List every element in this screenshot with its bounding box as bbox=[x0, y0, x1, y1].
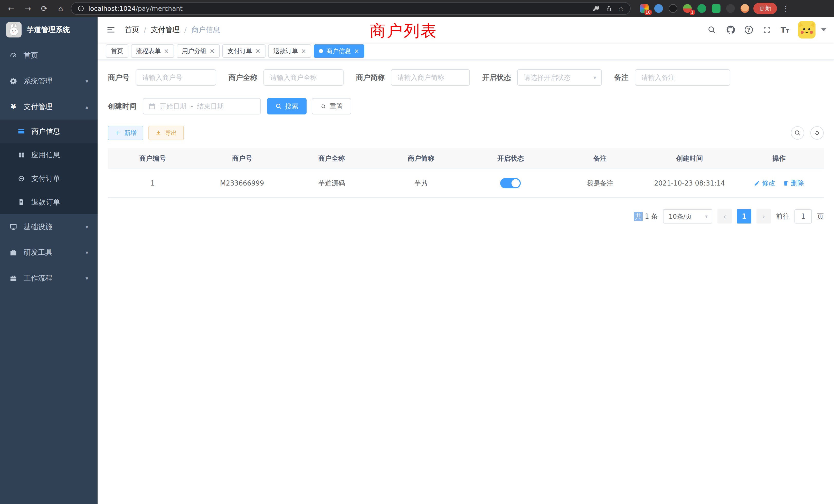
browser-home-button[interactable]: ⌂ bbox=[54, 2, 67, 15]
document-icon bbox=[18, 198, 25, 206]
edit-link-label: 修改 bbox=[762, 179, 775, 188]
browser-forward-button[interactable]: → bbox=[22, 2, 34, 15]
sidebar-item-refund-order[interactable]: 退款订单 bbox=[0, 190, 97, 214]
create-time-label: 创建时间 bbox=[108, 101, 137, 111]
breadcrumb-home[interactable]: 首页 bbox=[125, 25, 139, 35]
date-separator: - bbox=[191, 102, 193, 110]
extension-icon-green-doc[interactable] bbox=[712, 4, 721, 13]
url-text: localhost:1024/pay/merchant bbox=[88, 5, 182, 12]
tab-process-form[interactable]: 流程表单× bbox=[131, 44, 174, 58]
full-name-label: 商户全称 bbox=[228, 73, 257, 83]
total-prefix: 共 bbox=[634, 212, 643, 221]
browser-reload-button[interactable]: ⟳ bbox=[38, 2, 50, 15]
avatar-caret-icon[interactable] bbox=[821, 28, 826, 31]
extension-icon-blue[interactable] bbox=[654, 4, 663, 13]
sidebar-item-workflow[interactable]: 工作流程 ▾ bbox=[0, 265, 97, 291]
merchant-no-label: 商户号 bbox=[108, 73, 129, 83]
browser-menu-icon[interactable]: ⋮ bbox=[781, 4, 790, 13]
reset-button[interactable]: 重置 bbox=[312, 98, 351, 114]
share-icon[interactable] bbox=[606, 5, 612, 12]
add-button[interactable]: 新增 bbox=[108, 126, 143, 140]
sidebar-item-merchant-info[interactable]: 商户信息 bbox=[0, 120, 97, 143]
app-logo[interactable]: 芋道管理系统 bbox=[0, 17, 97, 43]
close-icon[interactable]: × bbox=[354, 48, 359, 54]
tab-user-group[interactable]: 用户分组× bbox=[177, 44, 220, 58]
tab-merchant-info-active[interactable]: 商户信息× bbox=[314, 44, 364, 58]
full-name-input[interactable] bbox=[263, 69, 344, 86]
extension-badge: 1 bbox=[690, 10, 695, 15]
goto-page-input[interactable] bbox=[794, 209, 812, 224]
breadcrumb-payment[interactable]: 支付管理 bbox=[151, 25, 179, 35]
address-bar[interactable]: localhost:1024/pay/merchant ☆ bbox=[71, 2, 631, 15]
toggle-search-button[interactable] bbox=[791, 126, 804, 140]
search-icon[interactable] bbox=[707, 25, 717, 35]
top-navbar: 首页 / 支付管理 / 商户信息 商户列表 ? bbox=[97, 17, 834, 43]
cell-status bbox=[466, 169, 555, 198]
sidebar-item-label: 退款订单 bbox=[31, 197, 60, 207]
search-icon bbox=[794, 130, 801, 136]
refresh-table-button[interactable] bbox=[810, 126, 824, 140]
extension-icon-green-circle[interactable] bbox=[697, 4, 706, 13]
logo-rabbit-icon bbox=[6, 22, 22, 38]
fullscreen-icon[interactable] bbox=[762, 25, 772, 35]
tab-pay-order[interactable]: 支付订单× bbox=[222, 44, 265, 58]
page-size-select[interactable]: 10条/页 ▾ bbox=[663, 209, 712, 224]
tab-home[interactable]: 首页 bbox=[106, 44, 128, 58]
extension-icon-dark[interactable] bbox=[668, 4, 677, 13]
export-button[interactable]: 导出 bbox=[148, 126, 184, 140]
download-icon bbox=[155, 130, 162, 136]
browser-profile-avatar[interactable] bbox=[741, 4, 749, 13]
sidebar-item-dev-tools[interactable]: 研发工具 ▾ bbox=[0, 240, 97, 265]
tab-refund-order[interactable]: 退款订单× bbox=[268, 44, 311, 58]
sidebar-item-infrastructure[interactable]: 基础设施 ▾ bbox=[0, 214, 97, 240]
edit-link[interactable]: 修改 bbox=[754, 179, 775, 188]
delete-link[interactable]: 删除 bbox=[783, 179, 804, 188]
sidebar-item-application-info[interactable]: 应用信息 bbox=[0, 143, 97, 167]
export-button-label: 导出 bbox=[165, 129, 177, 137]
cell-merchant-index: 1 bbox=[108, 169, 197, 198]
browser-extensions: 10 1 bbox=[640, 4, 749, 13]
prev-page-button[interactable]: ‹ bbox=[718, 209, 732, 224]
close-icon[interactable]: × bbox=[255, 48, 260, 54]
status-toggle-on[interactable] bbox=[500, 178, 521, 188]
merchant-table: 商户编号 商户号 商户全称 商户简称 开启状态 备注 创建时间 操作 1 bbox=[108, 148, 824, 198]
chevron-down-icon: ▾ bbox=[705, 213, 708, 220]
close-icon[interactable]: × bbox=[210, 48, 215, 54]
github-icon[interactable] bbox=[726, 25, 736, 35]
close-icon[interactable]: × bbox=[301, 48, 306, 54]
status-label: 开启状态 bbox=[482, 73, 511, 83]
sidebar-item-home[interactable]: 首页 bbox=[0, 43, 97, 68]
sidebar-item-system[interactable]: 系统管理 ▾ bbox=[0, 68, 97, 94]
search-button[interactable]: 搜索 bbox=[267, 98, 307, 114]
close-icon[interactable]: × bbox=[164, 48, 169, 54]
screen: ← → ⟳ ⌂ localhost:1024/pay/merchant ☆ 10… bbox=[0, 0, 834, 504]
extension-icon-green-red[interactable]: 1 bbox=[683, 4, 692, 13]
password-key-icon[interactable] bbox=[593, 5, 599, 12]
help-icon[interactable]: ? bbox=[745, 26, 753, 34]
sidebar-item-payment[interactable]: ¥ 支付管理 ▴ bbox=[0, 94, 97, 120]
bookmark-star-icon[interactable]: ☆ bbox=[618, 5, 624, 12]
url-path: /pay/merchant bbox=[136, 5, 182, 12]
col-create-time: 创建时间 bbox=[645, 148, 734, 169]
breadcrumb: 首页 / 支付管理 / 商户信息 bbox=[125, 25, 220, 35]
sidebar-item-pay-order[interactable]: 支付订单 bbox=[0, 167, 97, 190]
extension-icon-colorful[interactable]: 10 bbox=[640, 4, 649, 13]
page-1-button[interactable]: 1 bbox=[737, 209, 751, 224]
site-info-icon[interactable] bbox=[78, 5, 84, 12]
font-size-icon[interactable]: TT bbox=[781, 25, 789, 35]
tags-view-bar: 首页 流程表单× 用户分组× 支付订单× 退款订单× 商户信息× bbox=[97, 43, 834, 60]
font-size-large: T bbox=[781, 25, 786, 35]
chevron-down-icon: ▾ bbox=[86, 224, 88, 230]
browser-back-button[interactable]: ← bbox=[5, 2, 18, 15]
page-size-value: 10条/页 bbox=[668, 212, 692, 221]
extension-icon-puzzle[interactable] bbox=[726, 4, 735, 13]
remark-input[interactable] bbox=[635, 69, 730, 86]
short-name-input[interactable] bbox=[391, 69, 470, 86]
status-select[interactable]: 请选择开启状态 ▾ bbox=[517, 69, 602, 86]
next-page-button[interactable]: › bbox=[756, 209, 771, 224]
create-time-range-picker[interactable]: 开始日期 - 结束日期 bbox=[143, 98, 261, 114]
hamburger-icon[interactable] bbox=[105, 24, 116, 36]
browser-update-button[interactable]: 更新 bbox=[753, 3, 777, 14]
user-avatar[interactable] bbox=[798, 21, 815, 39]
merchant-no-input[interactable] bbox=[136, 69, 216, 86]
